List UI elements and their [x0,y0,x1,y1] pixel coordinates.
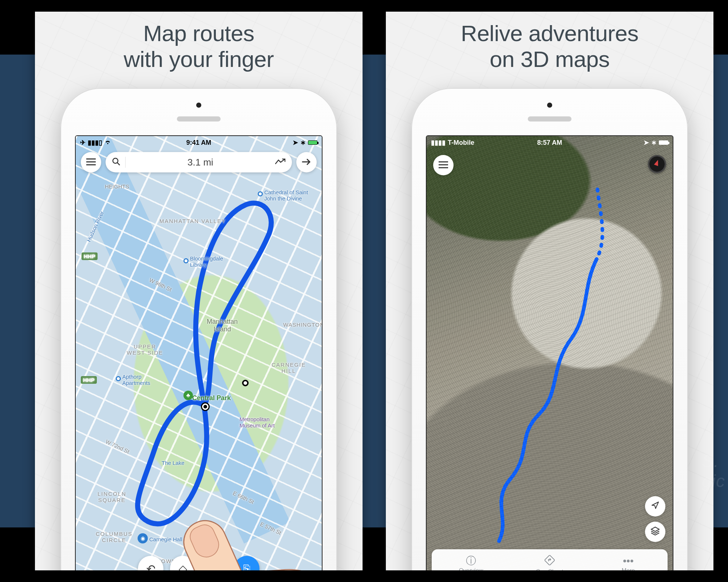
elevation-icon[interactable] [275,157,285,167]
pill-divider [125,157,126,168]
trail-path [427,136,673,570]
layers-button[interactable] [645,522,665,542]
undo-button[interactable]: ↶ [138,556,163,570]
phone-mockup-right: ▮▮▮▮ T-Mobile 8:57 AM ➤ ∗ [411,88,688,570]
label-lincoln: LINCOLNSQUARE [98,491,126,503]
eraser-icon: ◇ [179,562,187,571]
tab-more-label: More [622,567,635,570]
status-bar-left: ✈︎ ▮▮▮▯ 9:41 AM ➤ ∗ [76,136,322,149]
terrain-3d-map[interactable] [427,136,673,570]
map-toolbar: 3.1 mi [81,152,317,172]
status-bar-right: ▮▮▮▮ T-Mobile 8:57 AM ➤ ∗ [427,136,673,149]
camera-icon[interactable]: ◉ [138,533,148,543]
battery-icon [308,140,317,145]
map-controls [645,496,665,542]
headline-right: Relive adventures on 3D maps [386,20,713,72]
watermark: S.gic [702,451,725,491]
directions-icon [545,555,555,567]
tab-cue-sheet[interactable]: Cue Sheet [510,549,589,570]
headline-left: Map routes with your finger [35,20,363,72]
hhp-shield-2: HHP [81,376,97,384]
label-manhattan-valley: MANHATTAN VALLEY [159,218,226,224]
headline-line2: with your finger [124,47,274,72]
label-met: MetropolitanMuseum of Art [240,416,275,428]
hamburger-icon [439,160,448,171]
label-manhattan-island: ManhattanIsland [207,318,238,333]
label-upper-west: UPPERWEST SIDE [127,343,163,356]
route-start-marker [202,403,209,410]
locate-button[interactable] [645,496,665,517]
tab-overview-label: Overview [459,567,483,570]
location-arrow-icon [651,501,660,512]
headline-line1: Relive adventures [461,21,638,46]
label-heights: HEIGHTS [105,183,129,190]
go-button[interactable] [296,152,317,172]
paperclip-icon: ⎘ [244,562,250,570]
map-base[interactable]: Hudson River HEIGHTS MANHATTAN VALLEY Ca… [76,136,322,570]
headline-line2: on 3D maps [490,47,609,72]
label-central-park: Central Park [192,394,231,402]
undo-icon: ↶ [146,562,155,571]
menu-button[interactable] [433,155,454,175]
promo-panel-left: Map routes with your finger Hudson River [35,12,363,570]
tab-overview[interactable]: ⓘ Overview [432,549,510,570]
battery-icon [659,140,668,145]
hamburger-icon [86,157,96,168]
poi-marker[interactable] [116,376,121,381]
hhp-shield: HHP [82,252,98,260]
status-time: 9:41 AM [76,139,322,147]
poi-marker[interactable] [183,258,189,263]
promo-panel-right: Relive adventures on 3D maps ▮▮▮▮ T-Mobi… [386,12,713,570]
arrow-right-icon [302,157,311,168]
phone-mockup-left: Hudson River HEIGHTS MANHATTAN VALLEY Ca… [60,88,337,570]
poi-marker[interactable] [258,191,263,196]
label-columbus: COLUMBUSCIRCLE [96,531,132,543]
label-wash: WASHINGTON [283,322,323,328]
status-time: 8:57 AM [427,139,673,147]
bottom-tab-bar: ⓘ Overview Cue Sheet ••• More [432,549,668,570]
compass-button[interactable] [648,155,666,173]
menu-button[interactable] [81,152,101,172]
layers-icon [650,526,660,538]
label-cathedral: Cathedral of SaintJohn the Divine [264,189,308,202]
distance-value: 3.1 mi [131,157,270,168]
phone-screen-left: Hudson River HEIGHTS MANHATTAN VALLEY Ca… [75,135,323,570]
label-apthorp: ApthorpApartments [122,374,150,386]
route-waypoint [242,380,249,386]
park-icon[interactable]: ♣ [183,391,193,400]
label-lake: The Lake [162,460,185,466]
headline-line1: Map routes [143,21,254,46]
tab-cue-label: Cue Sheet [536,569,563,571]
search-icon [112,158,120,167]
phone-screen-right: ▮▮▮▮ T-Mobile 8:57 AM ➤ ∗ [426,135,673,570]
search-distance-pill[interactable]: 3.1 mi [106,152,292,172]
more-icon: ••• [623,556,633,566]
info-icon: ⓘ [466,556,476,566]
label-bloomingdale: BloomingdaleLibrary [190,255,223,268]
svg-point-0 [113,158,118,163]
label-carnegie-hall: Carnegie Hall [149,536,182,542]
label-carnegie-hill: CARNEGIEHILL [272,362,306,374]
tab-more[interactable]: ••• More [589,549,668,570]
